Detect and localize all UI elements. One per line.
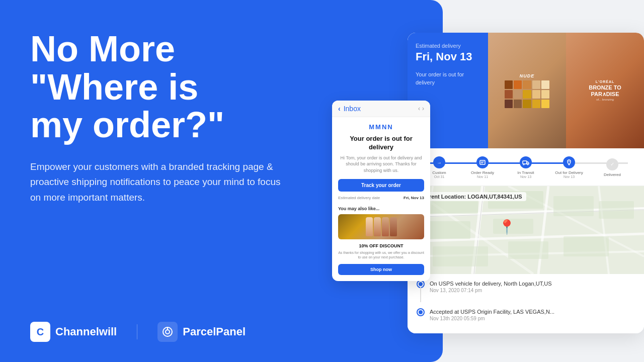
email-nav-arrows: ‹ › (418, 105, 424, 112)
email-inbox-label[interactable]: Inbox (344, 105, 361, 113)
step-date-custom: Oct 31 (434, 175, 445, 178)
step-icon-out-for-delivery (563, 156, 575, 168)
email-discount-desc: As thanks for shopping with us, we offer… (338, 250, 424, 260)
channelwill-name: Channelwill (55, 325, 117, 338)
step-date-order-ready: Nov 11 (477, 175, 488, 178)
loreal-brand-text: L'ORÉAL (596, 80, 614, 83)
email-delivery-date: Estimated delivery date Fri, Nov 13 (338, 196, 424, 200)
product-image-loreal: L'ORÉAL BRONZE TOPAR∧DISE of... bronzing (566, 33, 644, 148)
step-in-transit: In Transit Nov 13 (504, 156, 547, 178)
email-mockup: ‹ Inbox ‹ › MMNN Your order is out for d… (332, 101, 430, 281)
email-back-arrow[interactable]: ‹ (338, 105, 341, 113)
history-dot-1 (418, 281, 424, 287)
svg-point-1 (166, 330, 170, 334)
history-line-1 (420, 287, 421, 302)
step-delivered: ✓ Delivered (591, 158, 634, 177)
step-label-out-for-delivery: Out for Delivery (555, 170, 583, 175)
subtext: Empower your customers with a branded tr… (30, 159, 292, 205)
tracking-top: Estimated delivery Fri, Nov 13 Your orde… (408, 33, 644, 148)
product-image-palette: NUDE (488, 33, 566, 148)
history-time-2: Nov 13th 2020 05:59 pm (430, 316, 554, 321)
email-title: Your order is out for delivery (338, 135, 424, 152)
map-pin: 📍 (498, 220, 516, 234)
email-brand: MMNN (338, 123, 424, 131)
step-out-for-delivery: Out for Delivery Nov 13 (547, 156, 591, 178)
email-nav-right[interactable]: › (422, 105, 424, 112)
loreal-product-name: BRONZE TOPAR∧DISE (589, 84, 621, 97)
step-label-custom: Custom (432, 170, 446, 175)
svg-rect-27 (599, 201, 634, 219)
parcelpanel-icon (157, 322, 178, 342)
step-label-in-transit: In Transit (518, 170, 534, 175)
email-delivery-value: Fri, Nov 13 (404, 196, 424, 200)
estimated-delivery-date: Fri, Nov 13 (416, 51, 480, 63)
left-panel: No More "Where is my order?" Empower you… (0, 0, 443, 362)
logos: C Channelwill ParcelPanel (30, 322, 418, 342)
svg-point-8 (527, 164, 528, 165)
svg-point-7 (523, 164, 524, 165)
step-icon-order-ready (476, 156, 489, 168)
channelwill-logo: C Channelwill (30, 322, 117, 342)
tracking-mockup: Estimated delivery Fri, Nov 13 Your orde… (408, 33, 644, 333)
email-product-image (338, 214, 424, 239)
svg-rect-29 (508, 241, 548, 259)
svg-point-9 (569, 161, 570, 162)
email-delivery-label: Estimated delivery date (338, 196, 380, 200)
history-item-1: On USPS vehicle for delivery, North Loga… (418, 280, 634, 302)
history-item-2: Accepted at USPS Origin Facility, LAS VE… (418, 308, 634, 321)
parcelpanel-name: ParcelPanel (183, 325, 246, 338)
step-date-out-for-delivery: Nov 13 (564, 175, 575, 178)
email-track-button[interactable]: Track your order (338, 179, 424, 192)
loreal-subtitle: of... bronzing (596, 98, 614, 101)
delivery-status: Your order is out for delivery (416, 71, 480, 86)
svg-rect-28 (433, 246, 488, 266)
svg-rect-30 (564, 236, 609, 256)
channelwill-icon: C (30, 322, 50, 342)
tracking-progress: → Custom Oct 31 Order Ready Nov 11 In Tr… (408, 148, 644, 186)
history-dot-2 (418, 309, 424, 315)
tracking-products: NUDE (488, 33, 644, 148)
tracking-map: Current Location: LOGAN,UT,84341,US 📍 (408, 186, 644, 274)
svg-rect-3 (480, 160, 485, 164)
step-icon-custom: → (433, 156, 445, 168)
step-icon-delivered: ✓ (606, 158, 618, 170)
parcelpanel-logo: ParcelPanel (157, 322, 246, 342)
step-label-order-ready: Order Ready (471, 170, 494, 175)
step-order-ready: Order Ready Nov 11 (461, 156, 504, 178)
email-nav-left[interactable]: ‹ (418, 105, 420, 112)
email-also-like: You may also like... (338, 206, 424, 211)
email-body: MMNN Your order is out for delivery Hi T… (332, 117, 430, 281)
svg-rect-6 (523, 161, 527, 164)
svg-rect-26 (553, 196, 594, 216)
progress-steps: → Custom Oct 31 Order Ready Nov 11 In Tr… (418, 156, 634, 178)
step-label-delivered: Delivered (604, 172, 621, 177)
logo-divider (137, 324, 137, 339)
step-date-in-transit: Nov 13 (520, 175, 531, 178)
email-body-text: Hi Tom, your order is out for delivery a… (338, 155, 424, 174)
history-text-2: Accepted at USPS Origin Facility, LAS VE… (430, 308, 554, 316)
tracking-history: On USPS vehicle for delivery, North Loga… (408, 274, 644, 333)
email-shop-button[interactable]: Shop now (338, 264, 424, 275)
email-header: ‹ Inbox ‹ › (332, 101, 430, 117)
history-text-1: On USPS vehicle for delivery, North Loga… (430, 280, 552, 288)
map-location-label: Current Location: LOGAN,UT,84341,US (416, 192, 526, 201)
estimated-delivery-label: Estimated delivery (416, 43, 480, 49)
history-time-1: Nov 13, 2020 07:14 pm (430, 288, 552, 293)
step-icon-in-transit (520, 156, 532, 168)
email-discount-label: 10% OFF DISCOUNT (338, 243, 424, 248)
